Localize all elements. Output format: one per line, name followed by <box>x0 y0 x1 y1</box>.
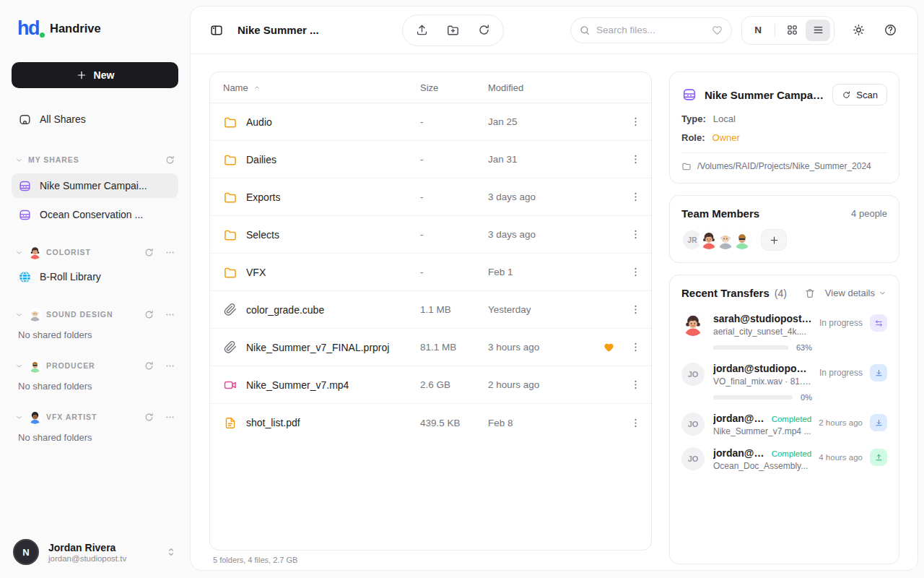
row-menu-button[interactable] <box>629 266 642 278</box>
table-row-dailies[interactable]: Dailies - Jan 31 <box>210 141 651 178</box>
account-switcher-icon[interactable] <box>165 546 177 558</box>
share-path: /Volumes/RAID/Projects/Nike_Summer_2024 <box>681 161 887 171</box>
column-header-modified[interactable]: Modified <box>488 82 598 93</box>
kebab-icon <box>629 191 642 203</box>
favorites-filter-icon[interactable] <box>711 24 723 36</box>
transfer-status: In progress <box>819 318 863 328</box>
help-icon[interactable] <box>884 23 897 37</box>
row-menu-button[interactable] <box>629 341 642 353</box>
column-header-size[interactable]: Size <box>420 82 488 93</box>
role-label: SOUND DESIGN <box>46 310 113 319</box>
new-button[interactable]: New <box>12 62 178 88</box>
table-row-mp4[interactable]: Nike_Summer_v7.mp4 2.6 GB 2 hours ago <box>210 366 651 404</box>
row-menu-button[interactable] <box>629 417 642 429</box>
folder-icon <box>223 115 237 129</box>
divider <box>775 24 775 37</box>
refresh-icon[interactable] <box>165 155 175 165</box>
row-menu-button[interactable] <box>629 153 642 165</box>
table-row-vfx[interactable]: VFX - Feb 1 <box>210 254 651 291</box>
my-shares-section-header[interactable]: MY SHARES <box>12 150 178 169</box>
scan-button[interactable]: Scan <box>832 84 887 105</box>
table-row-color-grade-cube[interactable]: color_grade.cube 1.1 MB Yesterday <box>210 291 651 329</box>
table-row-exports[interactable]: Exports - 3 days ago <box>210 178 651 216</box>
refresh-icon <box>477 23 491 37</box>
view-details-button[interactable]: View details <box>825 288 887 298</box>
sidebar-item-all-shares[interactable]: All Shares <box>12 107 178 131</box>
colorist-avatar <box>28 246 42 259</box>
page-title: Nike Summer ... <box>237 24 319 36</box>
share-title: Nike Summer Campaign <box>705 89 825 101</box>
new-folder-button[interactable] <box>446 23 460 37</box>
team-count: 4 people <box>851 208 887 219</box>
folder-icon <box>223 190 237 204</box>
refresh-icon <box>842 90 851 100</box>
refresh-icon[interactable] <box>144 309 154 320</box>
folder-icon <box>681 161 692 171</box>
user-account[interactable]: N Jordan Rivera jordan@studiopost.tv <box>12 536 178 568</box>
share-info-card: Nike Summer Campaign Scan Type: Local Ro… <box>669 72 899 184</box>
row-menu-button[interactable] <box>629 191 642 203</box>
table-row-selects[interactable]: Selects - 3 days ago <box>210 216 651 254</box>
sidebar-item-ocean-conservation[interactable]: Ocean Conservation ... <box>12 202 178 227</box>
search-input[interactable] <box>596 25 705 35</box>
row-menu-button[interactable] <box>629 116 642 128</box>
more-icon[interactable] <box>165 361 175 371</box>
plus-icon <box>76 69 87 81</box>
refresh-icon[interactable] <box>144 412 154 423</box>
column-header-name[interactable]: Name <box>210 82 420 93</box>
row-menu-button[interactable] <box>629 228 642 241</box>
empty-state-text: No shared folders <box>18 432 178 443</box>
refresh-icon[interactable] <box>144 247 154 258</box>
user-name: Jordan Rivera <box>48 542 156 553</box>
more-icon[interactable] <box>165 247 175 258</box>
more-icon[interactable] <box>165 412 175 423</box>
row-menu-button[interactable] <box>629 379 642 391</box>
chevron-down-icon <box>14 413 24 422</box>
kebab-icon <box>629 153 642 165</box>
drive-icon <box>18 179 32 193</box>
folder-icon <box>223 228 237 242</box>
avatar-sunglasses-man[interactable] <box>731 229 753 251</box>
folder-icon <box>223 265 237 280</box>
table-row-pdf[interactable]: shot_list.pdf 439.5 KB Feb 8 <box>210 404 651 441</box>
kebab-icon <box>629 228 642 241</box>
role-section-colorist[interactable]: COLORIST <box>12 243 178 262</box>
list-view-button[interactable] <box>806 20 830 41</box>
folder-icon <box>223 152 237 167</box>
transfer-item: JO jordan@st... Completed Nike_Summer_v7… <box>681 413 887 436</box>
upload-button[interactable] <box>415 23 429 37</box>
avatar-jo: JO <box>681 447 705 470</box>
chevron-down-icon <box>14 155 24 165</box>
table-row-audio[interactable]: Audio - Jan 25 <box>210 103 651 141</box>
share-type-value: Local <box>713 113 736 124</box>
add-member-button[interactable] <box>761 229 787 251</box>
sidebar-item-nike-summer[interactable]: Nike Summer Campai... <box>12 173 178 198</box>
grid-view-button[interactable] <box>780 20 804 41</box>
role-section-vfx-artist[interactable]: VFX ARTIST <box>12 407 178 426</box>
team-avatars: JR <box>681 229 887 251</box>
table-row-prproj[interactable]: Nike_Summer_v7_FINAL.prproj 81.1 MB 3 ho… <box>210 329 651 366</box>
drive-icon <box>18 208 32 222</box>
kebab-icon <box>629 341 642 353</box>
role-section-sound-design[interactable]: SOUND DESIGN <box>12 305 178 324</box>
sidebar-toggle-icon[interactable] <box>209 23 224 38</box>
theme-toggle-icon[interactable] <box>852 23 866 37</box>
transfers-list: sarah@studiopost.tv aerial_city_sunset_4… <box>681 313 887 471</box>
sidebar-item-b-roll-library[interactable]: B-Roll Library <box>12 264 178 289</box>
transfer-user: sarah@studiopost.tv <box>713 313 812 324</box>
row-menu-button[interactable] <box>629 303 642 316</box>
refresh-icon[interactable] <box>144 361 154 371</box>
plus-icon <box>769 235 780 246</box>
role-section-producer[interactable]: PRODUCER <box>12 356 178 375</box>
favorite-heart-icon[interactable] <box>603 341 615 353</box>
more-icon[interactable] <box>165 309 175 320</box>
topbar: Nike Summer ... N <box>191 7 918 54</box>
chevron-down-icon <box>14 310 24 319</box>
chevron-down-icon <box>14 248 24 257</box>
trash-icon[interactable] <box>804 288 816 299</box>
transfer-file: Nike_Summer_v7.mp4 ... <box>713 426 811 436</box>
nas-button[interactable]: N <box>746 20 770 41</box>
team-title: Team Members <box>681 207 851 220</box>
refresh-button[interactable] <box>477 23 491 37</box>
transfer-file: Ocean_Doc_Assembly... <box>713 461 811 471</box>
